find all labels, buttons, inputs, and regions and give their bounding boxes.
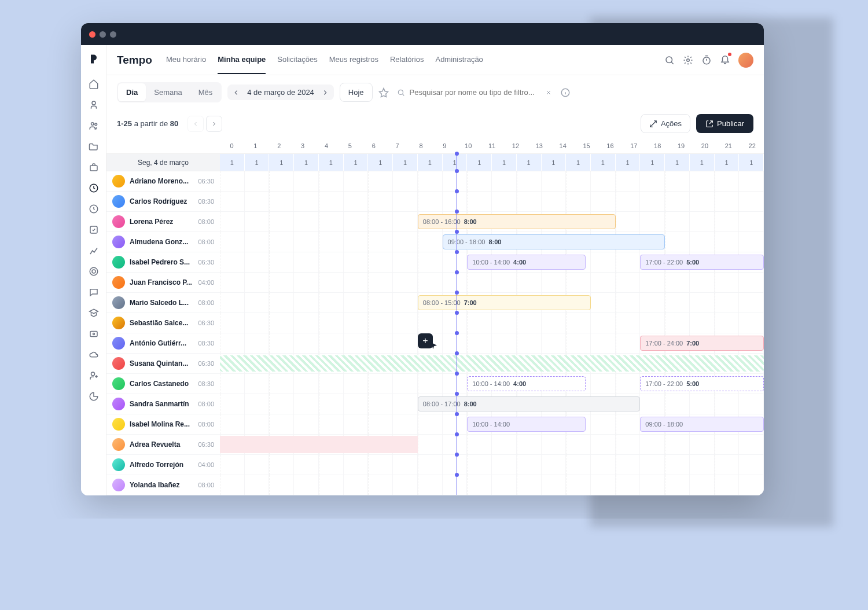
shift-block[interactable]: 09:00 - 18:008:00 [443, 234, 665, 249]
employee-hours: 08:30 [198, 340, 214, 347]
employee-name[interactable]: Sebastião Salce... [130, 319, 193, 327]
team-icon[interactable] [89, 120, 99, 131]
employee-row: Juan Francisco P... 04:00 [106, 273, 764, 293]
prev-date[interactable] [232, 89, 240, 97]
prev-page[interactable] [187, 116, 204, 132]
next-date[interactable] [321, 89, 329, 97]
employee-name[interactable]: Juan Francisco P... [130, 278, 193, 286]
employee-name[interactable]: Carlos Castanedo [130, 380, 193, 388]
star-icon[interactable] [378, 87, 389, 98]
view-semana[interactable]: Semana [146, 83, 190, 101]
shift-block[interactable] [220, 436, 418, 453]
employee-name[interactable]: Isabel Molina Re... [130, 420, 193, 428]
maximize-window[interactable] [110, 31, 116, 38]
tab-meus-registros[interactable]: Meus registros [329, 46, 378, 74]
hour-label: 0 [220, 138, 244, 153]
home-icon[interactable] [89, 79, 99, 89]
tab-relatórios[interactable]: Relatórios [390, 46, 424, 74]
publish-button[interactable]: Publicar [696, 114, 753, 133]
shift-block[interactable]: 10:00 - 14:00 [467, 417, 586, 432]
now-indicator [457, 252, 457, 272]
learn-icon[interactable] [89, 308, 99, 318]
timeline[interactable]: 10:00 - 14:004:0017:00 - 22:005:00 [220, 374, 764, 394]
employee-name[interactable]: António Gutiérr... [130, 339, 193, 347]
minimize-window[interactable] [100, 31, 106, 38]
tab-administração[interactable]: Administração [435, 46, 483, 74]
timeline[interactable]: 08:00 - 16:008:00 [220, 212, 764, 231]
badge-icon[interactable] [89, 329, 99, 339]
employee-row: Adriano Moreno... 06:30 [106, 171, 764, 192]
tab-minha-equipe[interactable]: Minha equipe [218, 46, 266, 74]
shift-block[interactable]: 08:00 - 16:008:00 [418, 214, 616, 229]
timeline[interactable] [220, 455, 764, 475]
shift-block[interactable]: 09:00 - 18:00 [640, 417, 764, 432]
actions-button[interactable]: Ações [641, 114, 690, 133]
shift-block[interactable]: 17:00 - 22:005:00 [640, 255, 764, 270]
timeline[interactable] [220, 171, 764, 191]
target-icon[interactable] [89, 266, 99, 277]
timeline[interactable]: 17:00 - 24:007:00+ [220, 333, 764, 353]
user-icon[interactable] [89, 100, 99, 110]
timer-icon[interactable] [701, 55, 712, 65]
tab-solicitações[interactable]: Solicitações [277, 46, 317, 74]
timeline[interactable]: 10:00 - 14:004:0017:00 - 22:005:00 [220, 252, 764, 272]
employee-name[interactable]: Almudena Gonz... [130, 238, 193, 246]
timeline[interactable]: 09:00 - 18:008:00 [220, 232, 764, 252]
shift-block[interactable]: 17:00 - 24:007:00 [640, 336, 764, 351]
search-icon[interactable] [664, 55, 675, 65]
shift-block[interactable]: 10:00 - 14:004:00 [467, 255, 586, 270]
employee-name[interactable]: Adriano Moreno... [130, 177, 193, 185]
view-dia[interactable]: Dia [118, 83, 146, 101]
briefcase-icon[interactable] [89, 162, 99, 172]
settings-icon[interactable] [683, 55, 693, 65]
search-input[interactable] [393, 84, 556, 100]
employee-name[interactable]: Mario Salcedo L... [130, 299, 193, 307]
cloud-icon[interactable] [89, 350, 99, 360]
employee-name[interactable]: Lorena Pérez [130, 218, 193, 226]
timeline[interactable] [220, 354, 764, 373]
employee-hours: 06:30 [198, 360, 214, 367]
clock-icon[interactable] [89, 183, 99, 193]
task-icon[interactable] [89, 225, 99, 235]
close-window[interactable] [89, 31, 95, 38]
timeline[interactable] [220, 475, 764, 495]
timeline[interactable] [220, 313, 764, 333]
timeline[interactable] [220, 273, 764, 292]
employee-hours: 06:30 [198, 319, 214, 326]
date-label[interactable]: 4 de março de 2024 [244, 88, 318, 97]
employee-name[interactable]: Sandra Sanmartín [130, 400, 193, 408]
employee-name[interactable]: Susana Quintan... [130, 359, 193, 368]
person-add-icon[interactable] [89, 370, 99, 381]
availability-block[interactable] [220, 355, 764, 372]
employee-name[interactable]: Isabel Pedrero S... [130, 258, 193, 266]
today-button[interactable]: Hoje [340, 83, 373, 102]
tab-meu-horário[interactable]: Meu horário [166, 46, 206, 74]
next-page[interactable] [206, 116, 222, 132]
employee-name[interactable]: Adrea Revuelta [130, 440, 193, 449]
folder-icon[interactable] [89, 141, 99, 152]
shift-block[interactable]: 08:00 - 17:008:00 [418, 396, 641, 411]
timeline[interactable] [220, 435, 764, 454]
employee-name[interactable]: Yolanda Ibañez [130, 481, 193, 489]
history-icon[interactable] [89, 204, 99, 214]
shift-block[interactable]: 08:00 - 15:007:00 [418, 295, 591, 310]
timeline[interactable] [220, 192, 764, 211]
employee-avatar [112, 479, 125, 491]
timeline[interactable]: 10:00 - 14:0009:00 - 18:00 [220, 414, 764, 434]
shift-block[interactable]: 17:00 - 22:005:00 [640, 376, 764, 391]
analytics-icon[interactable] [89, 245, 99, 256]
bell-icon[interactable] [720, 54, 730, 64]
now-indicator [457, 212, 457, 231]
employee-hours: 08:00 [198, 218, 214, 225]
clear-icon[interactable] [545, 89, 552, 96]
employee-name[interactable]: Alfredo Torrejón [130, 461, 193, 469]
pie-icon[interactable] [89, 391, 99, 402]
timeline[interactable]: 08:00 - 17:008:00 [220, 394, 764, 414]
chat-icon[interactable] [89, 287, 99, 297]
info-icon[interactable] [560, 87, 571, 98]
employee-name[interactable]: Carlos Rodríguez [130, 197, 193, 205]
timeline[interactable]: 08:00 - 15:007:00 [220, 293, 764, 313]
view-mês[interactable]: Mês [190, 83, 221, 101]
user-avatar[interactable] [738, 53, 753, 68]
shift-block[interactable]: 10:00 - 14:004:00 [467, 376, 586, 391]
